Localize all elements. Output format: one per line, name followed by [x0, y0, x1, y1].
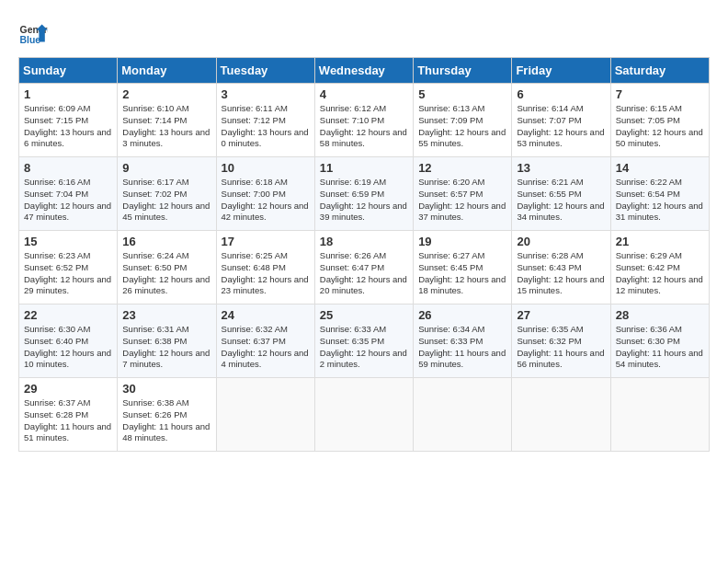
table-row: 18 Sunrise: 6:26 AM Sunset: 6:47 PM Dayl…	[314, 231, 413, 304]
table-row: 24 Sunrise: 6:32 AM Sunset: 6:37 PM Dayl…	[216, 304, 314, 378]
day-number: 26	[418, 308, 506, 322]
day-number: 27	[517, 308, 605, 322]
day-info: Sunrise: 6:25 AM Sunset: 6:48 PM Dayligh…	[222, 250, 310, 297]
table-row	[314, 378, 413, 452]
day-number: 19	[418, 235, 506, 248]
day-info: Sunrise: 6:33 AM Sunset: 6:35 PM Dayligh…	[320, 324, 408, 371]
table-row: 9 Sunrise: 6:17 AM Sunset: 7:02 PM Dayli…	[118, 157, 216, 231]
day-number: 6	[517, 87, 605, 101]
logo: General Blue	[18, 18, 48, 48]
svg-text:Blue: Blue	[20, 35, 41, 45]
table-row: 21 Sunrise: 6:29 AM Sunset: 6:42 PM Dayl…	[610, 231, 709, 304]
day-number: 18	[320, 235, 408, 248]
table-row: 7 Sunrise: 6:15 AM Sunset: 7:05 PM Dayli…	[610, 84, 709, 157]
day-number: 11	[320, 161, 408, 175]
day-info: Sunrise: 6:37 AM Sunset: 6:28 PM Dayligh…	[24, 397, 112, 444]
day-number: 23	[122, 308, 210, 322]
day-number: 7	[616, 87, 704, 101]
table-row: 23 Sunrise: 6:31 AM Sunset: 6:38 PM Dayl…	[118, 304, 216, 378]
day-number: 30	[122, 382, 210, 396]
header-thursday: Thursday	[414, 58, 512, 84]
day-info: Sunrise: 6:27 AM Sunset: 6:45 PM Dayligh…	[418, 250, 506, 297]
day-info: Sunrise: 6:14 AM Sunset: 7:07 PM Dayligh…	[517, 103, 605, 150]
day-info: Sunrise: 6:10 AM Sunset: 7:14 PM Dayligh…	[122, 103, 210, 150]
day-number: 15	[24, 235, 112, 248]
header-saturday: Saturday	[610, 58, 709, 84]
day-info: Sunrise: 6:09 AM Sunset: 7:15 PM Dayligh…	[24, 103, 112, 150]
calendar-week-row: 15 Sunrise: 6:23 AM Sunset: 6:52 PM Dayl…	[19, 231, 710, 304]
day-info: Sunrise: 6:24 AM Sunset: 6:50 PM Dayligh…	[122, 250, 210, 297]
table-row: 19 Sunrise: 6:27 AM Sunset: 6:45 PM Dayl…	[414, 231, 512, 304]
table-row: 10 Sunrise: 6:18 AM Sunset: 7:00 PM Dayl…	[216, 157, 314, 231]
day-info: Sunrise: 6:16 AM Sunset: 7:04 PM Dayligh…	[24, 177, 112, 224]
table-row: 1 Sunrise: 6:09 AM Sunset: 7:15 PM Dayli…	[19, 84, 118, 157]
day-info: Sunrise: 6:22 AM Sunset: 6:54 PM Dayligh…	[616, 177, 704, 224]
day-number: 20	[517, 235, 605, 248]
day-info: Sunrise: 6:23 AM Sunset: 6:52 PM Dayligh…	[24, 250, 112, 297]
calendar-week-row: 8 Sunrise: 6:16 AM Sunset: 7:04 PM Dayli…	[19, 157, 710, 231]
table-row	[610, 378, 709, 452]
day-info: Sunrise: 6:36 AM Sunset: 6:30 PM Dayligh…	[616, 324, 704, 371]
day-number: 10	[222, 161, 310, 175]
header-sunday: Sunday	[19, 58, 118, 84]
table-row: 30 Sunrise: 6:38 AM Sunset: 6:26 PM Dayl…	[118, 378, 216, 452]
table-row	[512, 378, 610, 452]
table-row: 16 Sunrise: 6:24 AM Sunset: 6:50 PM Dayl…	[118, 231, 216, 304]
day-info: Sunrise: 6:35 AM Sunset: 6:32 PM Dayligh…	[517, 324, 605, 371]
day-info: Sunrise: 6:18 AM Sunset: 7:00 PM Dayligh…	[222, 177, 310, 224]
day-number: 21	[616, 235, 704, 248]
day-info: Sunrise: 6:32 AM Sunset: 6:37 PM Dayligh…	[222, 324, 310, 371]
day-info: Sunrise: 6:12 AM Sunset: 7:10 PM Dayligh…	[320, 103, 408, 150]
day-info: Sunrise: 6:19 AM Sunset: 6:59 PM Dayligh…	[320, 177, 408, 224]
header-friday: Friday	[512, 58, 610, 84]
table-row: 11 Sunrise: 6:19 AM Sunset: 6:59 PM Dayl…	[314, 157, 413, 231]
day-number: 12	[418, 161, 506, 175]
day-number: 14	[616, 161, 704, 175]
day-number: 29	[24, 382, 112, 396]
table-row: 15 Sunrise: 6:23 AM Sunset: 6:52 PM Dayl…	[19, 231, 118, 304]
day-info: Sunrise: 6:15 AM Sunset: 7:05 PM Dayligh…	[616, 103, 704, 150]
calendar-week-row: 1 Sunrise: 6:09 AM Sunset: 7:15 PM Dayli…	[19, 84, 710, 157]
day-number: 2	[122, 87, 210, 101]
table-row: 6 Sunrise: 6:14 AM Sunset: 7:07 PM Dayli…	[512, 84, 610, 157]
day-number: 25	[320, 308, 408, 322]
day-info: Sunrise: 6:17 AM Sunset: 7:02 PM Dayligh…	[122, 177, 210, 224]
day-info: Sunrise: 6:30 AM Sunset: 6:40 PM Dayligh…	[24, 324, 112, 371]
day-info: Sunrise: 6:28 AM Sunset: 6:43 PM Dayligh…	[517, 250, 605, 297]
table-row: 2 Sunrise: 6:10 AM Sunset: 7:14 PM Dayli…	[118, 84, 216, 157]
logo-icon: General Blue	[18, 18, 48, 48]
table-row: 4 Sunrise: 6:12 AM Sunset: 7:10 PM Dayli…	[314, 84, 413, 157]
day-info: Sunrise: 6:11 AM Sunset: 7:12 PM Dayligh…	[222, 103, 310, 150]
weekday-header-row: Sunday Monday Tuesday Wednesday Thursday…	[19, 58, 710, 84]
table-row: 17 Sunrise: 6:25 AM Sunset: 6:48 PM Dayl…	[216, 231, 314, 304]
day-info: Sunrise: 6:21 AM Sunset: 6:55 PM Dayligh…	[517, 177, 605, 224]
day-number: 9	[122, 161, 210, 175]
day-info: Sunrise: 6:38 AM Sunset: 6:26 PM Dayligh…	[122, 397, 210, 444]
day-number: 8	[24, 161, 112, 175]
header-wednesday: Wednesday	[314, 58, 413, 84]
calendar-table: Sunday Monday Tuesday Wednesday Thursday…	[18, 57, 710, 452]
day-info: Sunrise: 6:29 AM Sunset: 6:42 PM Dayligh…	[616, 250, 704, 297]
table-row: 25 Sunrise: 6:33 AM Sunset: 6:35 PM Dayl…	[314, 304, 413, 378]
table-row	[414, 378, 512, 452]
table-row	[216, 378, 314, 452]
day-number: 24	[222, 308, 310, 322]
table-row: 12 Sunrise: 6:20 AM Sunset: 6:57 PM Dayl…	[414, 157, 512, 231]
table-row: 22 Sunrise: 6:30 AM Sunset: 6:40 PM Dayl…	[19, 304, 118, 378]
day-number: 1	[24, 87, 112, 101]
table-row: 26 Sunrise: 6:34 AM Sunset: 6:33 PM Dayl…	[414, 304, 512, 378]
table-row: 8 Sunrise: 6:16 AM Sunset: 7:04 PM Dayli…	[19, 157, 118, 231]
day-number: 4	[320, 87, 408, 101]
table-row: 27 Sunrise: 6:35 AM Sunset: 6:32 PM Dayl…	[512, 304, 610, 378]
header-tuesday: Tuesday	[216, 58, 314, 84]
table-row: 5 Sunrise: 6:13 AM Sunset: 7:09 PM Dayli…	[414, 84, 512, 157]
page-header: General Blue	[18, 18, 710, 48]
table-row: 3 Sunrise: 6:11 AM Sunset: 7:12 PM Dayli…	[216, 84, 314, 157]
header-monday: Monday	[118, 58, 216, 84]
table-row: 29 Sunrise: 6:37 AM Sunset: 6:28 PM Dayl…	[19, 378, 118, 452]
day-number: 17	[222, 235, 310, 248]
day-info: Sunrise: 6:20 AM Sunset: 6:57 PM Dayligh…	[418, 177, 506, 224]
table-row: 28 Sunrise: 6:36 AM Sunset: 6:30 PM Dayl…	[610, 304, 709, 378]
day-info: Sunrise: 6:34 AM Sunset: 6:33 PM Dayligh…	[418, 324, 506, 371]
day-info: Sunrise: 6:26 AM Sunset: 6:47 PM Dayligh…	[320, 250, 408, 297]
